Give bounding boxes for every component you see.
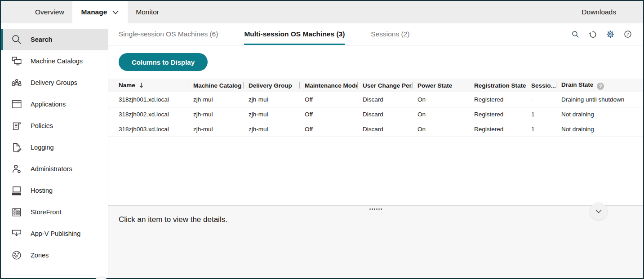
refresh-icon xyxy=(589,30,597,39)
nav-monitor[interactable]: Monitor xyxy=(128,1,167,23)
sidebar-item-label: StoreFront xyxy=(31,208,62,216)
cell-registration-state: Registered xyxy=(469,122,526,137)
cell-maintenance-mode: Off xyxy=(299,122,357,137)
sidebar-item-label: App-V Publishing xyxy=(31,230,80,237)
sidebar-item-label: Hosting xyxy=(31,187,53,194)
sidebar-item-applications[interactable]: Applications xyxy=(1,93,108,115)
nav-manage[interactable]: Manage xyxy=(72,1,128,23)
col-header-label: Registration State xyxy=(474,82,526,89)
col-header-label: Power State xyxy=(417,82,452,89)
sidebar-item-delivery-groups[interactable]: Delivery Groups xyxy=(1,72,108,93)
cell-name: 318zjh003.xd.local xyxy=(108,122,188,137)
col-header-user-change[interactable]: User Change Per... xyxy=(357,79,412,92)
sidebar-item-label: Logging xyxy=(31,144,54,151)
sidebar-item-storefront[interactable]: StoreFront xyxy=(1,201,108,223)
sidebar: Search Machine Catalogs Delivery Groups … xyxy=(1,23,108,278)
topbar: Overview Manage Monitor Downloads xyxy=(1,1,643,23)
cell-power-state: On xyxy=(412,107,469,122)
sidebar-item-logging[interactable]: Logging xyxy=(1,137,108,158)
table-row[interactable]: 318zjh001.xd.local zjh-mul zjh-mul Off D… xyxy=(108,92,643,107)
tab-label: Single-session OS Machines (6) xyxy=(119,30,218,38)
svg-text:?: ? xyxy=(626,31,629,36)
delivery-groups-icon xyxy=(11,77,22,89)
settings-button[interactable] xyxy=(606,30,615,39)
sidebar-item-administrators[interactable]: Administrators xyxy=(1,158,108,180)
machines-content: Columns to Display Name Machine Catalog … xyxy=(108,45,643,205)
sidebar-item-machine-catalogs[interactable]: Machine Catalogs xyxy=(1,50,108,72)
tab-multi-session[interactable]: Multi-session OS Machines (3) xyxy=(244,23,345,45)
details-panel: Click an item to view the details. xyxy=(108,205,643,278)
nav-overview-label: Overview xyxy=(35,8,64,16)
policies-icon xyxy=(11,120,22,132)
sidebar-collapse-button[interactable] xyxy=(93,277,110,279)
app-window: Overview Manage Monitor Downloads Search… xyxy=(0,0,644,279)
col-header-delivery-group[interactable]: Delivery Group xyxy=(243,79,299,92)
col-header-maintenance-mode[interactable]: Maintenance Mode xyxy=(299,79,357,92)
tab-sessions[interactable]: Sessions (2) xyxy=(371,23,409,45)
cell-sessions: 1 xyxy=(526,122,556,137)
table-row[interactable]: 318zjh003.xd.local zjh-mul zjh-mul Off D… xyxy=(108,122,643,137)
gear-icon xyxy=(606,30,615,39)
search-icon xyxy=(571,30,580,39)
col-header-machine-catalog[interactable]: Machine Catalog xyxy=(188,79,243,92)
nav-monitor-label: Monitor xyxy=(136,8,159,16)
search-icon xyxy=(11,34,22,45)
toolbar-icons: ? xyxy=(571,23,643,45)
administrators-icon xyxy=(11,163,22,175)
machine-catalogs-icon xyxy=(11,55,22,67)
cell-power-state: On xyxy=(412,122,469,137)
sidebar-item-policies[interactable]: Policies xyxy=(1,115,108,137)
cell-delivery-group: zjh-mul xyxy=(243,122,299,137)
storefront-icon xyxy=(11,206,22,218)
col-header-label: Drain State xyxy=(561,81,593,88)
search-button[interactable] xyxy=(571,30,580,39)
sidebar-item-search[interactable]: Search xyxy=(1,29,108,50)
appv-publishing-icon xyxy=(11,228,22,239)
sidebar-item-hosting[interactable]: Hosting xyxy=(1,180,108,201)
sidebar-item-label: Delivery Groups xyxy=(31,79,77,86)
col-header-label: Maintenance Mode xyxy=(305,82,357,89)
cell-registration-state: Registered xyxy=(469,107,526,122)
main-panel: Single-session OS Machines (6) Multi-ses… xyxy=(108,23,643,278)
panel-resize-handle[interactable] xyxy=(367,208,385,211)
cell-machine-catalog: zjh-mul xyxy=(188,107,243,122)
chevron-down-icon xyxy=(595,209,602,213)
cell-delivery-group: zjh-mul xyxy=(243,92,299,107)
tab-single-session[interactable]: Single-session OS Machines (6) xyxy=(119,23,218,45)
nav-overview[interactable]: Overview xyxy=(27,1,72,23)
columns-to-display-button[interactable]: Columns to Display xyxy=(119,53,208,71)
sidebar-item-label: Zones xyxy=(31,252,49,259)
sort-desc-icon xyxy=(139,82,144,89)
nav-downloads[interactable]: Downloads xyxy=(582,1,643,23)
applications-icon xyxy=(11,98,22,110)
refresh-button[interactable] xyxy=(588,30,597,39)
drain-state-help-icon[interactable]: ? xyxy=(597,83,604,90)
cell-user-change: Discard xyxy=(357,122,412,137)
col-header-drain-state[interactable]: Drain State? xyxy=(556,79,643,92)
hosting-icon xyxy=(11,185,22,196)
help-icon: ? xyxy=(623,30,632,39)
table-row[interactable]: 318zjh002.xd.local zjh-mul zjh-mul Off D… xyxy=(108,107,643,122)
sidebar-item-appv-publishing[interactable]: App-V Publishing xyxy=(1,223,108,244)
col-header-label: Name xyxy=(119,82,135,89)
cell-name: 318zjh001.xd.local xyxy=(108,92,188,107)
cell-machine-catalog: zjh-mul xyxy=(188,92,243,107)
cell-sessions: 1 xyxy=(526,107,556,122)
table-header-row: Name Machine Catalog Delivery Group Main… xyxy=(108,79,643,92)
topbar-nav: Overview Manage Monitor xyxy=(1,1,167,23)
cell-name: 318zjh002.xd.local xyxy=(108,107,188,122)
cell-user-change: Discard xyxy=(357,92,412,107)
col-header-registration-state[interactable]: Registration State xyxy=(469,79,526,92)
col-header-label: User Change Per... xyxy=(363,82,412,89)
details-message: Click an item to view the details. xyxy=(119,215,643,224)
cell-registration-state: Registered xyxy=(469,92,526,107)
col-header-power-state[interactable]: Power State xyxy=(412,79,469,92)
col-header-name[interactable]: Name xyxy=(108,79,188,92)
nav-manage-label: Manage xyxy=(81,8,107,16)
cell-maintenance-mode: Off xyxy=(299,107,357,122)
details-collapse-button[interactable] xyxy=(590,203,607,220)
col-header-sessions[interactable]: Sessio... xyxy=(526,79,556,92)
sidebar-item-zones[interactable]: Zones xyxy=(1,244,108,266)
help-button[interactable]: ? xyxy=(623,30,632,39)
logging-icon xyxy=(11,142,22,153)
